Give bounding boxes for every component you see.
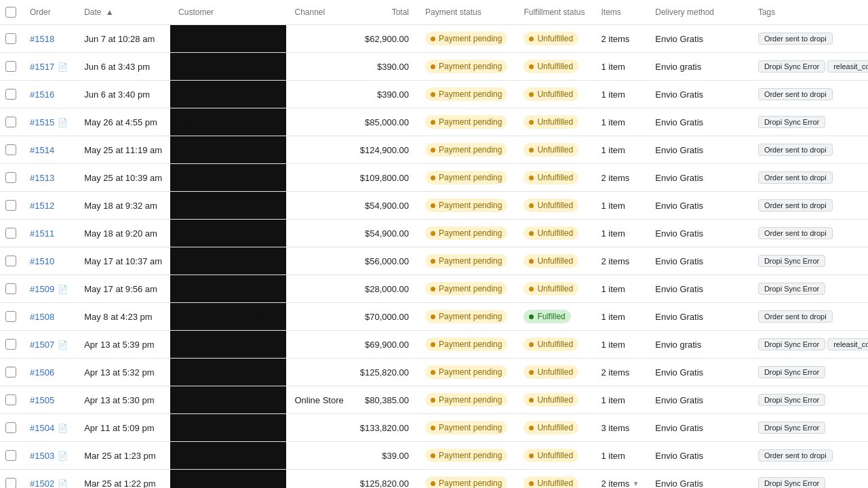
order-tag[interactable]: Dropi Sync Error: [758, 60, 825, 73]
table-row[interactable]: #1504📄Apr 11 at 5:09 pmXXXXXXXXXXXXXXXXX…: [0, 414, 868, 442]
order-tag[interactable]: Order sent to dropi: [758, 310, 833, 323]
row-checkbox[interactable]: [5, 144, 16, 155]
header-date[interactable]: Date ▲: [76, 0, 170, 25]
order-tag[interactable]: Dropi Sync Error: [758, 338, 825, 350]
items-cell: 3 items: [593, 414, 647, 442]
order-number-link[interactable]: #1511: [30, 228, 54, 239]
order-number-link[interactable]: #1514: [30, 145, 54, 155]
tags-cell: Dropi Sync Error: [750, 470, 868, 489]
order-number-link[interactable]: #1512: [30, 201, 54, 211]
items-cell: 2 items▼: [593, 470, 647, 489]
order-number-link[interactable]: #1506: [30, 367, 54, 378]
row-checkbox-cell: [0, 470, 22, 489]
order-tag[interactable]: Order sent to dropi: [758, 33, 833, 45]
customer-name-cell: XXXXXXXXXXXXXXXXX: [170, 275, 286, 303]
delivery-method-cell: Envio Gratis: [647, 442, 750, 470]
delivery-method-cell: Envio Gratis: [647, 108, 750, 136]
row-checkbox[interactable]: [5, 61, 16, 72]
order-number-link[interactable]: #1509: [30, 284, 54, 294]
order-number-link[interactable]: #1505: [30, 395, 54, 405]
table-row[interactable]: #1508May 8 at 4:23 pmXXXXXXXXXXXXXXXXX$7…: [0, 303, 868, 331]
customer-name-cell: XXXXXXXXXXXXXXXXX: [170, 470, 286, 489]
items-cell: 1 item: [593, 442, 647, 470]
table-row[interactable]: #1512May 18 at 9:32 amXXXXXXXXXXXXXXXXX$…: [0, 192, 868, 220]
order-tag[interactable]: Dropi Sync Error: [758, 366, 825, 378]
order-tag[interactable]: Order sent to dropi: [758, 449, 833, 462]
order-number-link[interactable]: #1510: [30, 256, 54, 266]
order-total-cell: $390.00: [352, 81, 417, 108]
table-row[interactable]: #1514May 25 at 11:19 amXXXXXXXXXXXXXXXXX…: [0, 136, 868, 164]
table-row[interactable]: #1513May 25 at 10:39 amXXXXXXXXXXXXXXXXX…: [0, 164, 868, 192]
order-date-cell: Jun 7 at 10:28 am: [76, 25, 170, 53]
tags-cell: Dropi Sync Error: [750, 386, 868, 414]
fulfillment-dot: [529, 370, 534, 375]
order-tag[interactable]: Order sent to dropi: [758, 227, 833, 239]
order-tag[interactable]: Dropi Sync Error: [758, 422, 825, 434]
order-tag[interactable]: Dropi Sync Error: [758, 477, 825, 488]
row-checkbox[interactable]: [5, 422, 16, 433]
customer-name-cell: XXXXXXXXXXXXXXXXX: [170, 81, 286, 108]
order-tag[interactable]: Dropi Sync Error: [758, 283, 825, 295]
order-tag[interactable]: releasit_cod_form: [827, 60, 868, 73]
table-row[interactable]: #1505Apr 13 at 5:30 pmXXXXXXXXXXXXXXXXXO…: [0, 386, 868, 414]
order-number-cell: #1505: [22, 386, 76, 414]
order-number-link[interactable]: #1518: [30, 34, 54, 44]
order-number-cell: #1517📄: [22, 53, 76, 81]
items-dropdown-arrow[interactable]: ▼: [632, 480, 639, 487]
order-tag[interactable]: Order sent to dropi: [758, 144, 833, 156]
order-number-link[interactable]: #1507: [30, 340, 54, 350]
order-number-link[interactable]: #1504: [30, 423, 54, 433]
order-tag[interactable]: Dropi Sync Error: [758, 394, 825, 406]
row-checkbox[interactable]: [5, 367, 16, 378]
payment-status-badge: Payment pending: [425, 143, 507, 157]
order-tag[interactable]: Dropi Sync Error: [758, 255, 825, 267]
order-number-link[interactable]: #1513: [30, 173, 54, 183]
row-checkbox[interactable]: [5, 228, 16, 239]
order-tag[interactable]: Order sent to dropi: [758, 88, 833, 100]
row-checkbox[interactable]: [5, 478, 16, 488]
items-cell: 2 items: [593, 25, 647, 53]
table-row[interactable]: #1503📄Mar 25 at 1:23 pmXXXXXXXXXXXXXXXXX…: [0, 442, 868, 470]
order-tag[interactable]: Order sent to dropi: [758, 199, 833, 211]
fulfillment-status-badge: Unfulfilled: [524, 421, 578, 434]
tags-cell: Order sent to dropi: [750, 164, 868, 192]
row-checkbox[interactable]: [5, 172, 16, 183]
customer-name-cell: XXXXXXXXXXXXXXXXX: [170, 359, 286, 386]
order-number-link[interactable]: #1508: [30, 312, 54, 322]
order-tag[interactable]: releasit_cod_form: [827, 338, 868, 350]
table-row[interactable]: #1511May 18 at 9:20 amXXXXXXXXXXXXXXXXX$…: [0, 220, 868, 247]
customer-name-cell: XXXXXXXXXXXXXXXXX: [170, 136, 286, 164]
row-checkbox[interactable]: [5, 33, 16, 44]
order-total-cell: $390.00: [352, 53, 417, 81]
table-row[interactable]: #1517📄Jun 6 at 3:43 pmXXXXXXXXXXXXXXXXX$…: [0, 53, 868, 81]
row-checkbox[interactable]: [5, 117, 16, 127]
order-number-link[interactable]: #1515: [30, 117, 54, 127]
row-checkbox[interactable]: [5, 311, 16, 322]
customer-name-cell: XXXXXXXXXXXXXXXXX: [170, 192, 286, 220]
row-checkbox[interactable]: [5, 283, 16, 294]
select-all-checkbox[interactable]: [5, 7, 16, 18]
row-checkbox[interactable]: [5, 200, 16, 211]
row-checkbox[interactable]: [5, 339, 16, 350]
row-checkbox[interactable]: [5, 89, 16, 100]
table-row[interactable]: #1506Apr 13 at 5:32 pmXXXXXXXXXXXXXXXXX$…: [0, 359, 868, 386]
order-number-link[interactable]: #1516: [30, 89, 54, 100]
table-row[interactable]: #1518Jun 7 at 10:28 amXXXXXXXXXXXXXXXXX$…: [0, 25, 868, 53]
order-tag[interactable]: Order sent to dropi: [758, 171, 833, 184]
row-checkbox[interactable]: [5, 394, 16, 405]
order-number-link[interactable]: #1517: [30, 62, 54, 72]
payment-status-cell: Payment pending: [417, 53, 515, 81]
table-row[interactable]: #1507📄Apr 13 at 5:39 pmXXXXXXXXXXXXXXXXX…: [0, 331, 868, 359]
row-checkbox-cell: [0, 25, 22, 53]
table-row[interactable]: #1509📄May 17 at 9:56 amXXXXXXXXXXXXXXXXX…: [0, 275, 868, 303]
order-tag[interactable]: Dropi Sync Error: [758, 116, 825, 128]
order-number-link[interactable]: #1502: [30, 479, 54, 489]
table-row[interactable]: #1502📄Mar 25 at 1:22 pmXXXXXXXXXXXXXXXXX…: [0, 470, 868, 489]
fulfillment-status-cell: Unfulfilled: [515, 359, 593, 386]
table-row[interactable]: #1515📄May 26 at 4:55 pmXXXXXXXXXXXXXXXXX…: [0, 108, 868, 136]
row-checkbox[interactable]: [5, 256, 16, 266]
row-checkbox[interactable]: [5, 450, 16, 461]
table-row[interactable]: #1510May 17 at 10:37 amXXXXXXXXXXXXXXXXX…: [0, 247, 868, 275]
order-number-link[interactable]: #1503: [30, 451, 54, 461]
table-row[interactable]: #1516Jun 6 at 3:40 pmXXXXXXXXXXXXXXXXX$3…: [0, 81, 868, 108]
